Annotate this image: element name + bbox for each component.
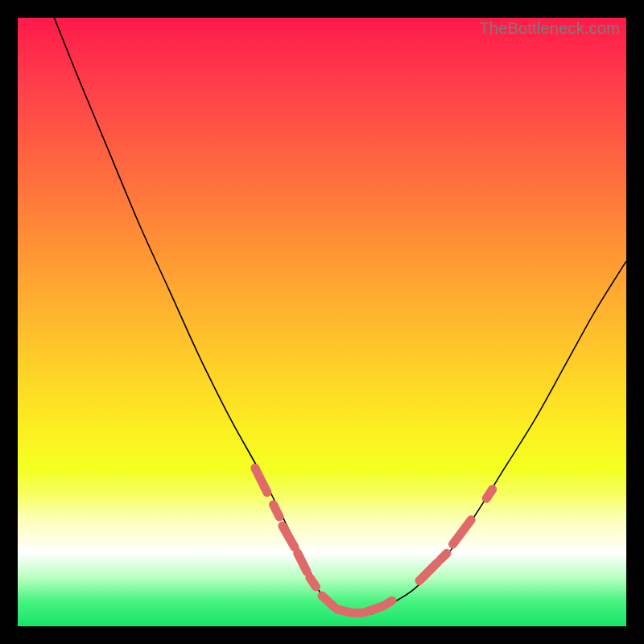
highlight-dash: [386, 601, 392, 605]
highlight-dash: [419, 563, 438, 581]
chart-frame: TheBottleneck.com: [18, 18, 626, 626]
highlight-dash: [337, 609, 353, 613]
highlight-dash: [440, 553, 447, 559]
highlight-dashes: [255, 468, 493, 613]
highlight-dash: [486, 489, 493, 498]
highlight-dash: [453, 520, 472, 544]
highlight-dash: [283, 526, 295, 547]
highlight-dash: [298, 553, 307, 572]
highlight-dash: [310, 578, 316, 587]
chart-svg: [18, 18, 626, 626]
highlight-dash: [274, 505, 280, 517]
highlight-dash: [365, 606, 383, 613]
highlight-dash: [322, 596, 334, 607]
bottleneck-curve: [54, 18, 626, 615]
highlight-dash: [255, 468, 267, 492]
